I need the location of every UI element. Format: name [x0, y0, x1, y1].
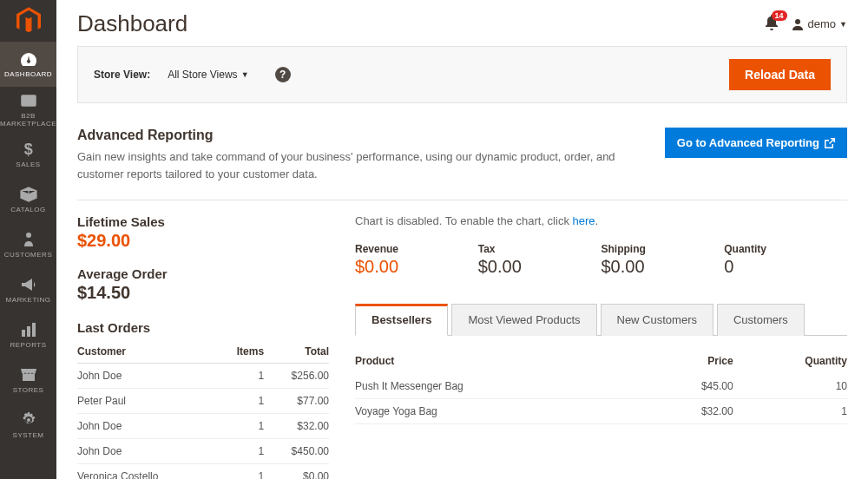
megaphone-icon: [19, 276, 38, 293]
sidebar-item-customers[interactable]: CUSTOMERS: [0, 222, 56, 267]
tab[interactable]: Bestsellers: [355, 304, 448, 336]
bestsellers-table: Product Price Quantity Push It Messenger…: [355, 348, 847, 424]
sidebar-label: CUSTOMERS: [4, 251, 52, 259]
col-total: Total: [264, 340, 329, 364]
average-order-label: Average Order: [77, 266, 329, 281]
notif-badge: 14: [772, 10, 787, 21]
col-qty: Quantity: [733, 348, 847, 374]
sidebar-item-system[interactable]: SYSTEM: [0, 403, 56, 448]
help-icon[interactable]: ?: [275, 67, 291, 82]
gauge-icon: [19, 50, 38, 68]
metric: Revenue$0.00: [355, 243, 478, 277]
lifetime-sales-value: $29.00: [77, 231, 329, 251]
tabs: BestsellersMost Viewed ProductsNew Custo…: [355, 303, 847, 336]
col-product: Product: [355, 348, 648, 374]
page-header: Dashboard 14 demo ▼: [56, 0, 868, 46]
box-icon: [19, 186, 38, 203]
sidebar-label: DASHBOARD: [4, 70, 52, 78]
user-menu[interactable]: demo ▼: [791, 17, 847, 31]
chart-disabled-note: Chart is disabled. To enable the chart, …: [355, 214, 847, 227]
table-row[interactable]: Push It Messenger Bag$45.0010: [355, 374, 847, 399]
advanced-reporting-section: Advanced Reporting Gain new insights and…: [77, 103, 847, 200]
sidebar-label: CATALOG: [10, 206, 46, 213]
person-icon: [19, 231, 38, 248]
last-orders-table: Customer Items Total John Doe1$256.00Pet…: [77, 340, 329, 479]
svg-rect-6: [32, 323, 36, 337]
tab[interactable]: New Customers: [601, 304, 713, 336]
metric: Quantity0: [724, 243, 847, 277]
svg-point-7: [795, 19, 800, 24]
adv-report-desc: Gain new insights and take command of yo…: [77, 148, 630, 182]
table-row[interactable]: John Doe1$450.00: [77, 439, 329, 464]
dollar-icon: $: [19, 141, 38, 158]
sidebar-label: SYSTEM: [13, 431, 44, 439]
table-row[interactable]: John Doe1$256.00: [77, 364, 329, 389]
col-price: Price: [648, 348, 733, 374]
tab[interactable]: Most Viewed Products: [451, 304, 596, 336]
sidebar-item-stores[interactable]: STORES: [0, 358, 56, 403]
caret-down-icon: ▼: [839, 20, 847, 29]
user-name: demo: [808, 17, 837, 30]
col-items: Items: [217, 340, 264, 364]
sidebar-label: B2B MARKETPLACE: [0, 112, 56, 128]
table-row[interactable]: John Doe1$32.00: [77, 414, 329, 439]
caret-down-icon: ▼: [241, 70, 249, 79]
svg-rect-4: [22, 330, 25, 337]
last-orders-title: Last Orders: [77, 320, 329, 335]
svg-text:$: $: [23, 141, 33, 158]
adv-report-title: Advanced Reporting: [77, 128, 630, 143]
external-link-icon: [825, 138, 835, 148]
table-row[interactable]: Peter Paul1$77.00: [77, 389, 329, 414]
col-customer: Customer: [77, 340, 217, 364]
svg-rect-1: [25, 99, 32, 102]
page-title: Dashboard: [77, 10, 187, 37]
store-view-label: Store View:: [94, 69, 150, 81]
tab[interactable]: Customers: [717, 304, 805, 336]
b2b-icon: [19, 92, 38, 109]
sidebar: DASHBOARD B2B MARKETPLACE $ SALES CATALO…: [0, 0, 56, 479]
sidebar-item-marketing[interactable]: MARKETING: [0, 267, 56, 312]
svg-rect-5: [27, 326, 30, 337]
go-to-advanced-reporting-button[interactable]: Go to Advanced Reporting: [665, 128, 847, 158]
sidebar-item-dashboard[interactable]: DASHBOARD: [0, 42, 56, 87]
sidebar-item-reports[interactable]: REPORTS: [0, 312, 56, 358]
notifications-button[interactable]: 14: [765, 15, 779, 33]
toolbar: Store View: All Store Views ▼ ? Reload D…: [77, 46, 847, 103]
reload-data-button[interactable]: Reload Data: [729, 59, 831, 90]
user-icon: [791, 17, 805, 31]
enable-chart-link[interactable]: here: [573, 214, 595, 227]
sidebar-label: REPORTS: [10, 341, 46, 349]
lifetime-sales-label: Lifetime Sales: [77, 214, 329, 229]
store-icon: [19, 366, 38, 384]
svg-point-3: [26, 233, 31, 238]
metric: Tax$0.00: [478, 243, 602, 277]
sidebar-label: STORES: [13, 386, 44, 394]
bars-icon: [19, 321, 38, 338]
main-content: Dashboard 14 demo ▼ Store View: All Stor…: [56, 0, 868, 479]
sidebar-label: MARKETING: [5, 296, 50, 304]
sidebar-item-b2b[interactable]: B2B MARKETPLACE: [0, 87, 56, 132]
metrics-row: Revenue$0.00Tax$0.00Shipping$0.00Quantit…: [355, 243, 847, 277]
table-row[interactable]: Voyage Yoga Bag$32.001: [355, 399, 847, 424]
metric: Shipping$0.00: [602, 243, 725, 277]
magento-logo[interactable]: [0, 0, 56, 42]
sidebar-label: SALES: [16, 161, 40, 168]
average-order-value: $14.50: [77, 283, 329, 303]
store-view-select[interactable]: All Store Views ▼: [168, 69, 248, 81]
gear-icon: [19, 411, 38, 429]
sidebar-item-sales[interactable]: $ SALES: [0, 132, 56, 177]
sidebar-item-catalog[interactable]: CATALOG: [0, 177, 56, 222]
table-row[interactable]: Veronica Costello1$0.00: [77, 464, 329, 480]
